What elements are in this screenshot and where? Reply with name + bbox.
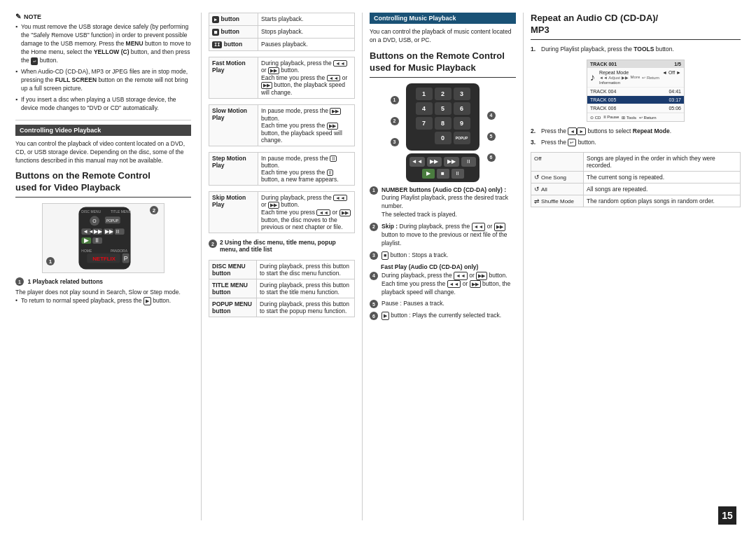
step-1: 1. During Playlist playback, press the T…: [531, 46, 741, 54]
music-item-1-num: 1: [370, 186, 378, 195]
mode-shuffle-desc: The random option plays songs in random …: [584, 195, 741, 207]
controlling-music-header: Controlling Music Playback: [370, 13, 516, 24]
pencil-icon: ✎: [15, 13, 21, 20]
remote-image-video: DISC MENU TITLE MENU O POPUP ◄◄ ▶▶: [42, 203, 164, 273]
playback-bullet: To return to normal speed playback, pres…: [15, 297, 191, 305]
stop-btn: ■: [437, 169, 449, 179]
repeat-mode-row: Repeat Mode ◄ Off ►: [599, 70, 681, 75]
svg-text:POPUP: POPUP: [106, 220, 119, 223]
step-motion-table: Step Motion Play In pause mode, press th…: [209, 152, 355, 186]
music-item-4-content: During playback, press the ◄◄ or ▶▶ butt…: [382, 272, 516, 297]
num-btn-7: 7: [416, 117, 433, 130]
num-btn-5: 5: [435, 102, 451, 115]
repeat-row-one-song: ↺ One Song The current song is repeated.: [531, 172, 741, 184]
column-3: Controlling Music Playback You can contr…: [362, 13, 523, 520]
music-item-4: 4 During playback, press the ◄◄ or ▶▶ bu…: [370, 272, 516, 297]
page: ✎ NOTE You must remove the USB storage d…: [0, 0, 756, 533]
fast-motion-label: Fast Motion Play: [209, 57, 258, 99]
svg-text:PANDORA: PANDORA: [111, 249, 128, 253]
ff-icon-skip: ▶▶: [268, 202, 279, 209]
column-1: ✎ NOTE You must remove the USB storage d…: [15, 13, 201, 520]
adjust-row: ◄◄ Adjust ▶▶ More ↩ Return: [599, 75, 681, 80]
track-info: Repeat Mode ◄ Off ► ◄◄ Adjust ▶▶ More ↩ …: [599, 70, 681, 85]
table-row: Skip Motion Play During playback, press …: [209, 192, 355, 233]
svg-text:II: II: [95, 237, 99, 244]
ff-fast-icon2: ▶▶: [470, 280, 481, 289]
music-item-3-content: ■ button : Stops a track.: [382, 251, 448, 260]
nav-ff-btn: ▶▶: [427, 157, 442, 167]
mode-one-song-cell: ↺ One Song: [531, 172, 584, 184]
svg-text:TITLE MENU: TITLE MENU: [111, 211, 132, 214]
table-row: ■ button Stops playback.: [209, 26, 355, 39]
note-item-1: You must remove the USB storage device s…: [15, 23, 191, 65]
nav-ff2-btn: ▶▶: [444, 157, 459, 167]
disc-menu-label: DISC MENU button: [209, 261, 257, 279]
btn-pause-action: Pauses playback.: [258, 39, 355, 51]
fast-play-title: Fast Play (Audio CD (CD-DA) only): [381, 263, 516, 270]
rw-icon-skip2: ◄◄: [316, 209, 330, 216]
mode-off-cell: Off: [531, 153, 584, 172]
fast-motion-body: During playback, press the ◄◄ or ▶▶ butt…: [258, 57, 355, 99]
table-row: POPUP MENU button During playback, press…: [209, 298, 355, 317]
rw-skip-icon: ◄◄: [472, 223, 486, 231]
buttons-music-heading: Buttons on the Remote Control used for M…: [370, 50, 516, 78]
note-list: You must remove the USB storage device s…: [15, 23, 191, 113]
pause-icon-step: II: [330, 155, 337, 162]
ff-icon2: ▶▶: [261, 82, 272, 89]
steps-list: 1. During Playlist playback, press the T…: [531, 46, 741, 54]
side-labels-right: 4 5 6: [487, 111, 496, 162]
note-title: ✎ NOTE: [15, 13, 191, 20]
btn-play-label: ▶ button: [209, 13, 258, 26]
svg-text:HOME: HOME: [81, 249, 92, 253]
title-menu-desc: During playback, press this button to st…: [257, 279, 355, 298]
track-panel-header: TRACK 001 1/5: [587, 60, 684, 68]
controlling-video-body: You can control the playback of video co…: [15, 140, 191, 165]
table-row: ▶ button Starts playback.: [209, 13, 355, 26]
music-item-3-num: 3: [370, 251, 378, 260]
skip-motion-body: During playback, press the ◄◄ or ▶▶ butt…: [258, 192, 355, 233]
remote-music-wrapper: 1 2 3 4 5 6 1 2 3 4 5: [391, 83, 496, 182]
steps-list-2: 2. Press the ◄► buttons to select Repeat…: [531, 127, 741, 147]
all-icon: ↺ All: [534, 186, 547, 193]
num-btn-8: 8: [435, 117, 451, 130]
popup-btn: POPUP: [454, 132, 470, 144]
numpad-row-2: 4 5 6: [410, 102, 475, 115]
track-row-005-active: TRACK 00503:17: [587, 96, 684, 104]
svg-text:P: P: [124, 255, 128, 262]
music-note-icon: ♪: [590, 71, 595, 83]
skip-motion-table: Skip Motion Play During playback, press …: [209, 191, 355, 233]
numpad-row-4: 0 POPUP: [410, 132, 475, 144]
label-1-icon: 1: [391, 96, 399, 104]
controlling-music-body: You can control the playback of music co…: [370, 28, 516, 45]
playback-related-body: The player does not play sound in Search…: [15, 289, 191, 297]
remote-numpad: 1 2 3 4 5 6 7 8 9: [406, 83, 479, 151]
play-controls-row: ▶ ■ II: [410, 169, 476, 179]
playback-related-title: 1 1 Playback related buttons: [15, 277, 191, 286]
cd-controls-row: ⊙ CD II Pause ⊞ Tools ↩ Return: [587, 113, 684, 121]
music-item-1: 1 NUMBER buttons (Audio CD (CD-DA) only)…: [370, 186, 516, 220]
music-item-4-num: 4: [370, 272, 378, 280]
page-number: 15: [718, 506, 736, 525]
repeat-row-off: Off Songs are played in the order in whi…: [531, 153, 741, 172]
repeat-heading: Repeat an Audio CD (CD-DA)/ MP3: [531, 13, 741, 40]
popup-menu-label: POPUP MENU button: [209, 298, 257, 317]
num-btn-3: 3: [454, 88, 470, 100]
svg-text:NETFLIX: NETFLIX: [92, 256, 116, 262]
enter-btn-icon: ↵: [568, 139, 576, 147]
mode-all-cell: ↺ All: [531, 184, 584, 195]
play-icon-6: ▶: [382, 312, 389, 320]
table-row: Slow Motion Play In pause mode, press th…: [209, 105, 355, 146]
label-5-icon: 5: [487, 132, 496, 141]
music-note-row: ♪ Repeat Mode ◄ Off ► ◄◄ Adjust ▶▶ More …: [587, 68, 684, 88]
rw-fast-icon2: ◄◄: [447, 280, 461, 289]
label-3-icon: 3: [391, 138, 399, 146]
one-song-icon: ↺ One Song: [534, 174, 566, 181]
using-section: 2 2 Using the disc menu, title menu, pop…: [209, 239, 355, 317]
track-row-006: TRACK 00605:06: [587, 104, 684, 113]
shuffle-icon: ⇌ Shuffle Mode: [534, 198, 574, 205]
svg-text:II: II: [116, 228, 119, 235]
controlling-video-header: Controlling Video Playback: [15, 125, 191, 136]
button-table: ▶ button Starts playback. ■ button Stops…: [209, 13, 355, 51]
side-labels-left: 1 2 3: [391, 96, 399, 146]
rw-icon2: ◄◄: [327, 75, 341, 81]
